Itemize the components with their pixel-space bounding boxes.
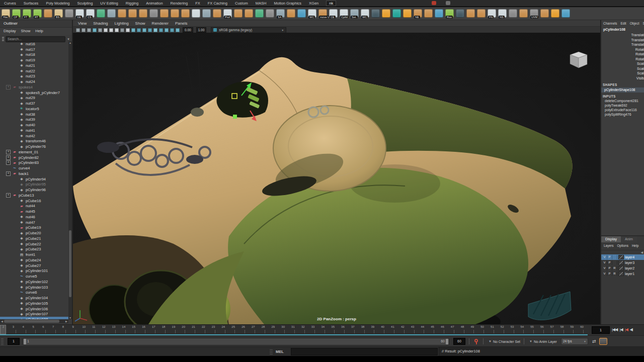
shelf-icon[interactable]: WC [361,9,369,18]
channel-box-menu-item[interactable]: Channels [603,22,617,25]
chevron-down-icon[interactable]: ▼ [489,340,492,343]
shelf-icon[interactable] [466,9,475,18]
layer-editor-menu-item[interactable]: Layers [604,244,614,250]
layer-display-type-toggle[interactable] [612,260,617,265]
outliner-menu-item[interactable]: Show [21,29,31,35]
viewport-toolbar-icon[interactable] [76,28,80,32]
shelf-icon[interactable]: WC [308,9,316,18]
outliner-item[interactable]: + pCube23 [0,247,68,252]
shelf-icon[interactable]: move U [318,9,327,18]
outliner-item[interactable]: + pCylinder94 [0,176,68,182]
viewport-toolbar-icon[interactable] [126,28,130,32]
scroll-right-icon[interactable]: ▶ [64,320,68,323]
shelf-icon[interactable] [382,9,390,18]
input-node[interactable]: polyTweak692 [601,103,644,108]
outliner-item[interactable]: + nut45 [0,209,68,214]
shelf-icon[interactable] [234,9,243,18]
viewport-menu-item[interactable]: Lighting [115,21,129,26]
outliner-item[interactable]: + pCube22 [0,241,68,247]
shelf-icon[interactable] [561,9,570,18]
layer-visibility-toggle[interactable]: V [602,260,607,265]
menubar-item[interactable]: nk [326,1,336,6]
outliner-item[interactable]: + pCylinder95 [0,182,68,188]
playback-button[interactable]: |◀◀ [612,326,617,334]
shelf-icon[interactable] [202,9,211,18]
shelf-icon[interactable]: UVM [530,9,538,18]
current-time-marker[interactable] [0,325,6,334]
outliner-item[interactable]: + nut42 [0,133,68,139]
shelf-icon[interactable] [435,9,443,18]
layer-display-type-toggle[interactable] [612,255,617,259]
viewport-menu-item[interactable]: View [78,21,87,26]
viewport-toolbar-icon[interactable] [115,28,119,32]
shelf-icon[interactable] [266,9,274,18]
channel-attribute[interactable]: Translate Z [601,43,644,48]
character-set-selector[interactable]: No Character Set [493,340,520,343]
shelf-icon[interactable] [245,9,253,18]
shelf-icon[interactable] [477,9,486,18]
layer-row[interactable]: V P layer3 [601,260,644,265]
viewport-toolbar-icon[interactable] [176,28,180,32]
outliner-item[interactable]: + back1 [0,171,68,176]
exposure-field[interactable]: 0.00 [183,27,193,33]
channel-box-menu-item[interactable]: Edit [620,22,626,25]
shelf-icon[interactable] [118,9,126,18]
outliner-item[interactable]: + curve5 [0,274,68,279]
shelf-icon[interactable] [181,9,190,18]
layer-visibility-toggle[interactable]: V [602,272,607,276]
outliner-item[interactable]: + pCylinder104 [0,295,68,301]
shelf-icon[interactable] [192,9,200,18]
layer-playback-toggle[interactable]: P [607,260,612,265]
outliner-vscrollbar[interactable]: ▲ ▼ [68,41,72,319]
shelf-icon[interactable] [456,9,464,18]
shelf-icon[interactable]: CpIId [340,9,348,18]
outliner-item[interactable]: + pCylinder102 [0,279,68,285]
viewport-toolbar-icon[interactable] [87,28,91,32]
range-end-handle[interactable] [446,339,448,344]
outliner-item[interactable]: + pCylinder105 [0,301,68,306]
shelf-icon[interactable]: SA [276,9,285,18]
range-start-handle[interactable] [24,339,26,344]
shelf-icon[interactable] [519,9,528,18]
viewport-toolbar-icon[interactable] [120,28,124,32]
layer-color-swatch[interactable] [618,255,624,259]
outliner-item[interactable]: + curve6 [0,290,68,296]
expand-icon[interactable]: + [6,160,11,165]
outliner-item[interactable]: + pCube19 [0,225,68,231]
input-node[interactable]: deleteComponent281 [601,99,644,103]
viewport-toolbar-icon[interactable] [137,28,141,32]
channel-attribute[interactable]: Rotate Y [601,52,644,57]
outliner-item[interactable]: + nut18 [0,52,68,58]
layer-row[interactable]: V P R layer2 [601,265,644,271]
outliner-item[interactable]: + nut24 [0,79,68,84]
outliner-item[interactable]: + nut16 [0,41,68,47]
viewport-toolbar-icon[interactable] [131,28,135,32]
menubar-item[interactable]: Rendering [171,1,188,6]
input-node[interactable]: polySplitRing476 [601,112,644,117]
shelf-icon[interactable]: Roo [445,9,454,18]
scroll-up-icon[interactable]: ▲ [68,41,72,44]
menubar-item[interactable]: XGen [309,1,318,6]
shelf-icon[interactable] [128,9,137,18]
expand-icon[interactable]: + [6,171,11,176]
outliner-item[interactable]: + nut44 [0,204,68,209]
channel-attribute[interactable]: Rotate X [601,48,644,53]
outliner-item[interactable]: + pCube27 [0,263,68,268]
outliner-item[interactable]: + locator5 [0,106,68,112]
layer-color-swatch[interactable] [618,272,624,276]
auto-keyframe-icon[interactable] [474,339,478,344]
shelf-icon[interactable]: FT [23,9,31,18]
layer-playback-toggle[interactable]: P [607,272,612,276]
outliner-item[interactable]: + curve4 [0,165,68,171]
scroll-left-icon[interactable]: ◀ [0,320,4,323]
shelf-icon[interactable] [403,9,412,18]
layer-visibility-toggle[interactable]: V [602,266,607,270]
shelf-icon[interactable] [509,9,517,18]
viewport-toolbar-icon[interactable] [93,28,97,32]
menubar-item[interactable]: FX Caching [208,1,227,6]
outliner-item[interactable]: + pCube21 [0,236,68,241]
layer-visibility-toggle[interactable]: V [602,255,607,259]
outliner-item[interactable]: + nut37 [0,101,68,106]
shelf-icon[interactable] [255,9,264,18]
layer-row[interactable]: V P layer4 [601,254,644,260]
